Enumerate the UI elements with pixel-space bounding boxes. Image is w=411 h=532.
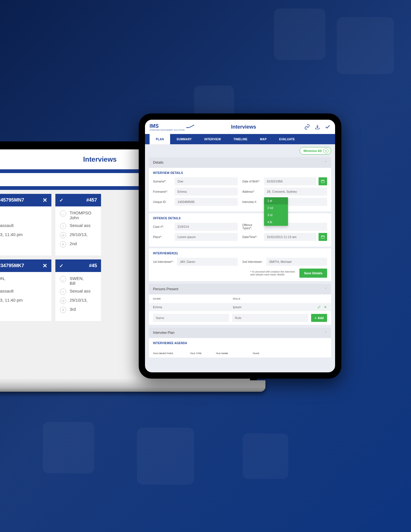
info-icon: i	[60, 289, 66, 295]
dropdown-option[interactable]: 3 rd	[264, 212, 288, 219]
chevron-up-icon: ⌃	[324, 331, 327, 335]
person-icon: ◡	[60, 210, 66, 217]
laptop-base	[0, 380, 265, 392]
add-person-button[interactable]: + Add	[311, 314, 327, 322]
address-input[interactable]: 28, Cresxent, Sydney	[264, 188, 327, 196]
person-role-input[interactable]	[232, 314, 308, 322]
dob-label: Date of Birth*:	[242, 180, 262, 183]
col-tile-name: TILE NAME	[216, 352, 247, 355]
save-note: To proceed with creation the interview p…	[250, 270, 296, 276]
card-ordinal: 2nd	[70, 241, 77, 246]
tab-interview[interactable]: INTERVIEW	[198, 134, 227, 144]
bg-square	[337, 17, 394, 74]
case-label: Case #*:	[153, 225, 172, 228]
card-id: #34795MK7	[0, 263, 24, 269]
interview-card[interactable]: ✓ #45 ◡SWEN, Bill iSexual ass ◷29/10/13,…	[55, 259, 101, 321]
edit-icon[interactable]	[317, 305, 321, 309]
interview-num-dropdown[interactable]: 1 st 2 nd 3 rd 4 th	[264, 197, 288, 226]
card-ordinal: 3rd	[70, 307, 76, 312]
calendar-icon	[321, 235, 325, 239]
card-id: #45795MN7	[0, 197, 24, 203]
dob-calendar-button[interactable]	[319, 177, 327, 185]
person-icon: ◡	[60, 276, 66, 282]
offence-types-label: Offence Types*:	[242, 224, 262, 230]
calendar-icon	[321, 179, 325, 183]
check-icon: ✓	[59, 263, 63, 269]
minimise-all-button[interactable]: Minimise All	[300, 147, 331, 155]
bg-square	[274, 9, 325, 60]
card-id: #457	[86, 197, 97, 203]
clock-icon: ◷	[60, 232, 66, 238]
section-plan-header[interactable]: Interview Plan ⌃	[149, 328, 331, 338]
card-datetime: 29/10/13,	[70, 232, 88, 237]
close-icon[interactable]: ✕	[43, 197, 47, 204]
uniqueid-input[interactable]: 14934MN95	[175, 198, 238, 206]
interview-details-heading: INTERVIEW DETAILS	[153, 171, 327, 174]
person-name-input[interactable]	[153, 314, 229, 322]
dob-input[interactable]: 01/02/1956	[264, 177, 316, 185]
datetime-label: Date/Time*:	[242, 235, 262, 239]
interview-card[interactable]: ✓ #45795MN7 ✕ ◡SWEN, Bill iSexual assaul…	[0, 194, 51, 255]
uniqueid-label: Unique ID:	[153, 200, 172, 204]
section-details-header[interactable]: Details ⌃	[149, 157, 331, 168]
datetime-input[interactable]: 31/01/2013 11:13 am	[264, 233, 316, 241]
card-offence: Sexual ass	[70, 289, 90, 293]
tablet-device: IMS INTERVIEW MANAGEMENT SOLUTIONS Inter…	[139, 113, 341, 379]
first-interviewer-label: 1st Interviewer*:	[153, 260, 175, 263]
delete-icon[interactable]	[324, 305, 327, 309]
download-icon[interactable]	[315, 124, 320, 130]
dropdown-option[interactable]: 1 st	[264, 197, 288, 204]
col-files: FILES	[253, 352, 270, 355]
tab-plan[interactable]: PLAN	[150, 134, 170, 144]
person-role: Ipsum	[233, 305, 313, 309]
tab-summary[interactable]: SUMMARY	[170, 134, 198, 144]
first-interviewer-input[interactable]: JAY, Daren	[177, 258, 238, 266]
bg-square	[43, 422, 94, 473]
persons-role-header: ROLE	[233, 297, 313, 300]
agenda-heading: INTERVIEWEE AGENDA	[153, 342, 327, 345]
second-interviewer-input[interactable]: SMITH, Michael	[266, 258, 327, 266]
chevron-down-icon	[323, 148, 329, 153]
second-interviewer-label: 2nd Interviewer:	[242, 260, 264, 263]
col-tile-type: TILE TYPE	[190, 352, 210, 355]
section-persons-header[interactable]: Persons Present ⌃	[149, 284, 331, 294]
case-input[interactable]: 219/214	[175, 223, 238, 231]
persons-name-header: NAME	[153, 297, 233, 300]
interviewers-heading: INTERVIEWER(S)	[153, 252, 327, 255]
tab-timeline[interactable]: TIMELINE	[227, 134, 254, 144]
bg-square	[243, 433, 288, 479]
interview-card[interactable]: ✓ #457 ◡THOMPSO John iSexual ass ◷29/10/…	[55, 194, 101, 255]
clock-icon: ◷	[60, 298, 66, 304]
address-label: Address*:	[242, 190, 262, 193]
card-datetime: 29/10/13, 11:40 pm	[0, 298, 23, 302]
plus-icon: +	[315, 316, 316, 320]
close-icon[interactable]: ✕	[43, 262, 47, 269]
agenda-columns: TILE OBJECTIVES TILE TYPE TILE NAME FILE…	[149, 349, 331, 358]
check-icon[interactable]	[325, 124, 331, 130]
forename-label: Forename*:	[153, 190, 172, 193]
link-icon[interactable]	[304, 124, 310, 130]
save-details-button[interactable]: Save Details	[299, 269, 327, 278]
card-datetime: 29/10/13,	[70, 298, 88, 302]
place-input[interactable]: Lorem ipsum	[175, 233, 238, 241]
card-name: LONDON, Bill	[0, 276, 5, 286]
datetime-calendar-button[interactable]	[319, 233, 327, 241]
offence-details-heading: OFFENCE DETAILS	[153, 217, 327, 220]
dropdown-option[interactable]: 4 th	[264, 219, 288, 226]
page-title: Interviews	[185, 124, 302, 130]
tab-map[interactable]: MAP	[254, 134, 273, 144]
interview-num-label: Interview #:	[242, 200, 262, 204]
tab-evaluate[interactable]: EVALUATE	[273, 134, 301, 144]
interview-card[interactable]: ✓ #34795MK7 ✕ ◡LONDON, Bill iSexual assa…	[0, 259, 51, 321]
card-id: #45	[89, 263, 97, 269]
person-name: Emma	[153, 305, 233, 309]
info-icon: i	[60, 223, 66, 229]
card-offence: Sexual ass	[70, 223, 90, 228]
chevron-up-icon: ⌃	[324, 161, 327, 165]
dropdown-option[interactable]: 2 nd	[264, 204, 288, 212]
surname-input[interactable]: Doe	[175, 177, 238, 185]
check-icon: ✓	[59, 197, 63, 203]
forename-input[interactable]: Emma	[175, 188, 238, 196]
card-name: SWEN, Bill	[70, 276, 84, 286]
card-name: THOMPSO John	[70, 210, 91, 220]
